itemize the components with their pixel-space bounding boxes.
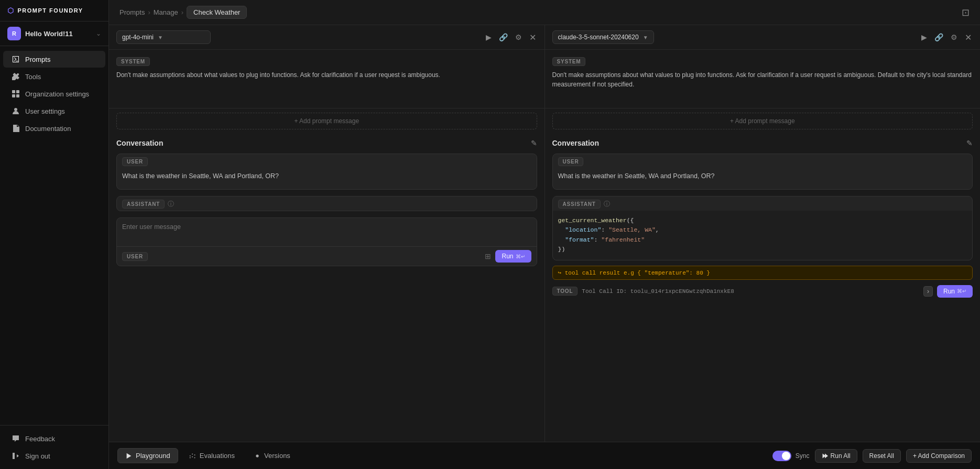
model-selector-left[interactable]: gpt-4o-mini ▼ [116, 30, 211, 44]
edit-conversation-right[interactable]: ✎ [966, 139, 973, 147]
user-badge-left: USER [122, 252, 148, 261]
tab-playground[interactable]: Playground [117, 448, 178, 463]
close-panel-left[interactable]: ✕ [528, 31, 537, 43]
run-button-left[interactable]: Run ⌘↵ [495, 250, 531, 263]
reset-all-button[interactable]: Reset All [863, 449, 901, 463]
sync-toggle-row: Sync [772, 451, 810, 461]
breadcrumb-manage[interactable]: Manage [154, 8, 178, 16]
chevron-down-icon: ▼ [158, 35, 163, 40]
assistant-label-left: ASSISTANT [122, 200, 165, 209]
workspace-row[interactable]: R Hello World!11 ⌄ [0, 21, 108, 46]
close-panel-right[interactable]: ✕ [964, 31, 973, 43]
logo-icon: ⬡ [7, 6, 15, 15]
link-icon-left[interactable]: 🔗 [498, 32, 509, 42]
user-message-block-right: USER What is the weather in Seattle, WA … [552, 154, 973, 190]
app-title: PROMPT FOUNDRY [18, 7, 83, 14]
tab-versions[interactable]: Versions [246, 448, 298, 463]
info-icon-left[interactable]: ⓘ [168, 200, 174, 209]
tool-call-id-text: Tool Call ID: toolu_014r1xpcENGwtzqhDa1n… [582, 288, 919, 295]
svg-rect-1 [16, 90, 19, 93]
add-input-icon-left[interactable]: ⊞ [485, 252, 491, 260]
signout-icon [12, 452, 20, 460]
topbar: Prompts › Manage › Check Weather ⊡ [109, 0, 980, 25]
conversation-header-left: Conversation ✎ [109, 134, 545, 150]
tab-evaluations[interactable]: Evaluations [181, 448, 243, 463]
user-message-text-left[interactable]: What is the weather in Seattle, WA and P… [117, 168, 537, 189]
user-settings-icon [12, 107, 20, 115]
tool-result-text: ↪ tool call result e.g { "temperature": … [558, 269, 710, 276]
code-val-format: "fahrenheit" [601, 236, 645, 243]
sidebar-item-org-settings[interactable]: Organization settings [3, 85, 105, 102]
sidebar-item-label: User settings [25, 107, 65, 115]
tab-playground-label: Playground [136, 452, 170, 460]
tool-icon [12, 72, 20, 81]
system-label-right: SYSTEM [552, 57, 586, 66]
close-button-top[interactable]: ⊡ [962, 7, 970, 18]
assistant-label-right: ASSISTANT [558, 200, 601, 209]
tool-result-row[interactable]: ↪ tool call result e.g { "temperature": … [552, 266, 973, 280]
add-prompt-btn-right[interactable]: + Add prompt message [552, 113, 973, 129]
info-icon-right[interactable]: ⓘ [604, 200, 610, 209]
run-label-right: Run [943, 288, 955, 295]
user-message-block-left: USER What is the weather in Seattle, WA … [116, 154, 537, 190]
play-icon [125, 452, 133, 460]
tool-call-id-value: toolu_014r1xpcENGwtzqhDa1nxkE8 [630, 288, 734, 295]
settings-icon-left[interactable]: ⚙ [514, 32, 523, 42]
bottom-bar: Playground Evaluations Versions Sync [109, 442, 980, 469]
sync-toggle[interactable] [772, 451, 791, 461]
breadcrumb-current[interactable]: Check Weather [187, 6, 247, 19]
user-input-left[interactable] [117, 218, 537, 244]
add-comparison-label: + Add Comparison [913, 452, 965, 460]
user-message-text-right[interactable]: What is the weather in Seattle, WA and P… [553, 168, 973, 189]
user-input-footer-left: USER ⊞ Run ⌘↵ [117, 246, 537, 266]
deploy-icon-left[interactable]: ▶ [485, 32, 493, 42]
settings-icon-right[interactable]: ⚙ [950, 32, 959, 42]
run-shortcut-left: ⌘↵ [516, 254, 525, 259]
run-all-button[interactable]: Run All [815, 449, 857, 463]
sidebar-item-feedback[interactable]: Feedback [3, 430, 105, 447]
model-selector-right[interactable]: claude-3-5-sonnet-20240620 ▼ [552, 30, 654, 44]
system-text-right[interactable]: Don't make assumptions about what values… [552, 70, 973, 102]
sidebar-item-tools[interactable]: Tools [3, 68, 105, 85]
svg-rect-0 [12, 90, 15, 93]
eval-icon [189, 452, 197, 460]
workspace-name: Hello World!11 [25, 30, 92, 38]
code-val-location: "Seattle, WA" [608, 226, 656, 233]
sidebar-item-label: Organization settings [25, 90, 89, 98]
edit-conversation-left[interactable]: ✎ [531, 139, 537, 147]
versions-icon [254, 452, 261, 460]
terminal-icon [12, 55, 20, 63]
run-shortcut-right: ⌘↵ [957, 288, 966, 294]
user-input-area-left: USER ⊞ Run ⌘↵ [116, 217, 537, 266]
panel-left-scroll: SYSTEM Don't make assumptions about what… [109, 50, 545, 442]
code-fn: get_current_weather [558, 217, 627, 224]
assistant-label-row-left: ASSISTANT ⓘ [117, 197, 537, 211]
chevron-down-icon: ▼ [643, 35, 648, 40]
sidebar-item-user-settings[interactable]: User settings [3, 103, 105, 119]
panel-left-header: gpt-4o-mini ▼ ▶ 🔗 ⚙ ✕ [109, 25, 545, 50]
system-label-left: SYSTEM [116, 57, 150, 66]
sidebar-item-sign-out[interactable]: Sign out [3, 448, 105, 464]
sidebar-item-prompts[interactable]: Prompts [3, 51, 105, 68]
add-prompt-btn-left[interactable]: + Add prompt message [116, 113, 537, 129]
system-section-left: SYSTEM Don't make assumptions about what… [109, 50, 545, 108]
panel-right-scroll: SYSTEM Don't make assumptions about what… [545, 50, 981, 442]
feedback-icon [12, 434, 20, 443]
sidebar-item-documentation[interactable]: Documentation [3, 120, 105, 137]
run-label-left: Run [502, 253, 513, 260]
run-button-right[interactable]: Run ⌘↵ [937, 285, 973, 298]
tool-arrow-button[interactable]: › [923, 286, 933, 297]
bottom-right-actions: Sync Run All Reset All + Add Comparison [772, 449, 972, 463]
system-text-left[interactable]: Don't make assumptions about what values… [116, 70, 537, 102]
panel-right-header-icons: ▶ 🔗 ⚙ ✕ [920, 31, 973, 43]
breadcrumb-prompts[interactable]: Prompts [119, 8, 145, 16]
sync-label: Sync [796, 452, 810, 460]
link-icon-right[interactable]: 🔗 [933, 32, 944, 42]
sidebar-item-label: Tools [25, 73, 41, 81]
assistant-block-left: ASSISTANT ⓘ [116, 196, 537, 211]
breadcrumb-separator: › [148, 8, 150, 16]
tab-evaluations-label: Evaluations [200, 452, 235, 460]
svg-rect-2 [12, 94, 15, 97]
add-comparison-button[interactable]: + Add Comparison [906, 449, 972, 463]
deploy-icon-right[interactable]: ▶ [920, 32, 928, 42]
